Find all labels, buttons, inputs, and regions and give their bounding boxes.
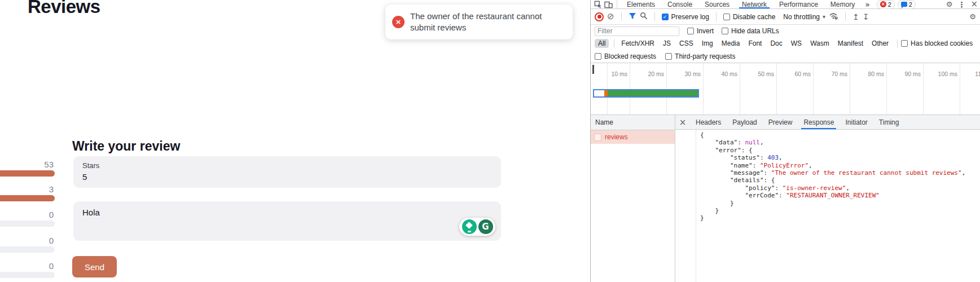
devtools-tab-network[interactable]: Network — [736, 0, 773, 8]
devtools-tab-sources[interactable]: Sources — [698, 0, 736, 8]
name-column-header[interactable]: Name — [591, 115, 675, 130]
fold-marker-icon[interactable] — [675, 200, 696, 207]
filter-funnel-icon[interactable] — [629, 12, 636, 21]
inspect-element-icon[interactable] — [593, 1, 603, 8]
more-tabs-icon[interactable]: » — [861, 0, 874, 8]
send-button[interactable]: Send — [72, 256, 117, 277]
grammarly-logo-icon[interactable]: G — [478, 219, 493, 234]
preserve-log-checkbox[interactable]: ✓ Preserve log — [662, 13, 709, 21]
network-filter-input[interactable] — [595, 27, 679, 36]
has-blocked-cookies-checkbox[interactable]: Has blocked cookies — [901, 39, 973, 47]
hide-data-urls-checkbox[interactable]: Hide data URLs — [722, 27, 779, 35]
fold-marker-icon[interactable] — [675, 169, 696, 177]
issues-badge[interactable]: 2 — [898, 0, 916, 9]
grammarly-widget[interactable]: G — [459, 218, 495, 236]
network-conditions-icon[interactable] — [829, 12, 838, 21]
type-pill-wasm[interactable]: Wasm — [807, 39, 833, 48]
invert-label: Invert — [697, 27, 714, 35]
grammarly-suggestion-icon[interactable] — [462, 219, 477, 234]
waterfall-bar[interactable] — [593, 89, 699, 98]
network-overview-timeline[interactable]: 10 ms20 ms30 ms40 ms50 ms60 ms70 ms80 ms… — [591, 63, 980, 115]
fold-marker-icon[interactable] — [675, 184, 696, 192]
checkbox-unchecked-icon[interactable] — [722, 28, 728, 34]
fold-marker-icon[interactable] — [675, 147, 696, 154]
type-pill-ws[interactable]: WS — [788, 39, 805, 48]
detail-tab-initiator[interactable]: Initiator — [840, 115, 873, 129]
error-count-badge[interactable]: × 2 — [877, 0, 895, 9]
third-party-requests-label: Third-party requests — [675, 52, 735, 60]
request-name: reviews — [605, 133, 628, 141]
request-favicon-placeholder — [594, 134, 601, 141]
type-pill-doc[interactable]: Doc — [767, 39, 785, 48]
json-token: "details" — [730, 177, 764, 184]
search-icon[interactable] — [640, 12, 648, 21]
type-pill-manifest[interactable]: Manifest — [834, 39, 867, 48]
close-devtools-icon[interactable]: × — [970, 0, 978, 8]
devtools-tab-console[interactable]: Console — [661, 0, 698, 8]
fold-marker-icon[interactable] — [675, 192, 696, 199]
type-pill-fetch-xhr[interactable]: Fetch/XHR — [618, 39, 658, 48]
json-line: "data": null, — [675, 139, 980, 146]
has-blocked-cookies-label: Has blocked cookies — [911, 39, 973, 47]
type-pill-font[interactable]: Font — [745, 39, 765, 48]
fold-marker-icon[interactable] — [675, 207, 696, 214]
network-settings-gear-icon[interactable]: ⚙ — [969, 13, 976, 20]
devtools-tab-memory[interactable]: Memory — [824, 0, 861, 8]
response-json-viewer[interactable]: {"data": null,"error": {"status": 403,"n… — [675, 130, 980, 282]
json-token: , — [760, 139, 764, 146]
devtools-tab-elements[interactable]: Elements — [621, 0, 661, 8]
json-token: "data" — [715, 139, 738, 146]
detail-tab-response[interactable]: Response — [798, 115, 840, 129]
review-textarea[interactable]: Hola — [73, 201, 501, 241]
stars-field[interactable]: Stars 5 — [73, 156, 501, 188]
json-line: "details": { — [675, 177, 980, 184]
request-detail-pane: × HeadersPayloadPreviewResponseInitiator… — [675, 115, 980, 282]
disable-cache-checkbox[interactable]: Disable cache — [723, 13, 775, 21]
third-party-requests-checkbox[interactable]: Third-party requests — [665, 52, 735, 60]
json-token: , — [846, 184, 850, 192]
checkbox-checked-icon[interactable]: ✓ — [662, 14, 669, 20]
throttling-select[interactable]: No throttling ▾ — [783, 13, 825, 21]
fold-marker-icon[interactable] — [675, 177, 696, 184]
json-token: : — [775, 184, 782, 192]
type-pill-other[interactable]: Other — [868, 39, 892, 48]
detail-tab-payload[interactable]: Payload — [727, 115, 762, 129]
detail-tab-preview[interactable]: Preview — [763, 115, 798, 129]
request-row-reviews[interactable]: reviews — [591, 130, 675, 144]
divider — [614, 39, 614, 48]
checkbox-unchecked-icon[interactable] — [687, 28, 694, 34]
fold-marker-icon[interactable] — [675, 139, 696, 146]
type-pill-css[interactable]: CSS — [676, 39, 697, 48]
device-toolbar-icon[interactable] — [603, 1, 613, 8]
close-detail-icon[interactable]: × — [675, 117, 690, 127]
checkbox-unchecked-icon[interactable] — [901, 40, 908, 47]
fold-marker-icon[interactable] — [675, 162, 696, 169]
fold-marker-icon[interactable] — [675, 154, 696, 161]
type-pill-js[interactable]: JS — [660, 39, 674, 48]
export-har-icon[interactable]: ↧ — [863, 13, 869, 21]
checkbox-unchecked-icon[interactable] — [723, 14, 730, 20]
checkbox-unchecked-icon[interactable] — [595, 53, 601, 60]
more-options-icon[interactable]: ⋮ — [957, 1, 965, 8]
record-network-log-icon[interactable] — [595, 12, 604, 21]
detail-tab-timing[interactable]: Timing — [873, 115, 905, 129]
type-pill-media[interactable]: Media — [718, 39, 744, 48]
type-pill-img[interactable]: Img — [698, 39, 717, 48]
timeline-scrubber[interactable] — [592, 65, 594, 74]
clear-network-log-icon[interactable]: ⊘ — [607, 12, 614, 21]
timeline-tick-label: 10 ms — [596, 70, 627, 77]
blocked-requests-label: Blocked requests — [604, 52, 656, 60]
invert-checkbox[interactable]: Invert — [687, 27, 714, 35]
json-token: "error" — [715, 147, 741, 154]
settings-gear-icon[interactable]: ⚙ — [946, 1, 953, 8]
divider — [621, 12, 622, 21]
type-pill-all[interactable]: All — [595, 39, 609, 48]
json-token: , — [962, 169, 966, 177]
devtools-tab-performance[interactable]: Performance — [773, 0, 824, 8]
checkbox-unchecked-icon[interactable] — [665, 53, 672, 60]
blocked-requests-checkbox[interactable]: Blocked requests — [595, 52, 656, 60]
fold-marker-icon[interactable] — [675, 214, 696, 222]
detail-tab-headers[interactable]: Headers — [690, 115, 727, 129]
import-har-icon[interactable]: ↥ — [852, 13, 859, 21]
json-token: 403 — [767, 154, 779, 161]
